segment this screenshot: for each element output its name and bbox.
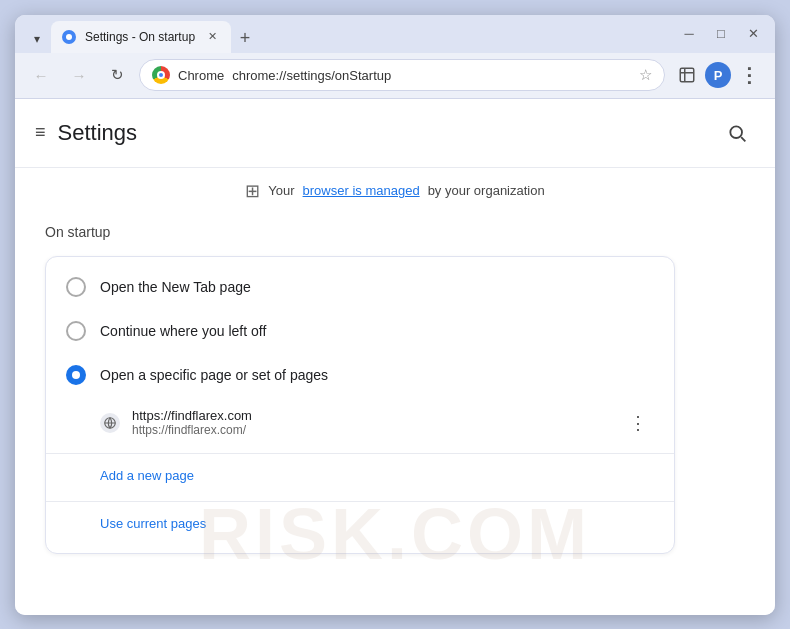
profile-avatar[interactable]: P <box>705 62 731 88</box>
tab-close-btn[interactable]: ✕ <box>203 28 221 46</box>
hamburger-icon[interactable]: ≡ <box>35 122 46 143</box>
dropdown-icon: ▾ <box>34 32 40 46</box>
extensions-btn[interactable] <box>671 59 703 91</box>
radio-new-tab[interactable] <box>66 277 86 297</box>
nav-bar: ← → ↻ Chrome chrome://settings/onStartup… <box>15 53 775 99</box>
new-tab-btn[interactable]: + <box>231 25 259 53</box>
add-new-page-link[interactable]: Add a new page <box>100 462 654 489</box>
forward-btn[interactable]: → <box>63 59 95 91</box>
divider <box>46 453 674 454</box>
nav-icons: P ⋮ <box>671 59 765 91</box>
close-btn[interactable]: ✕ <box>739 20 767 48</box>
window-controls: ─ □ ✕ <box>675 20 767 48</box>
section-title: On startup <box>45 224 745 240</box>
site-favicon <box>100 413 120 433</box>
option-new-tab[interactable]: Open the New Tab page <box>46 265 674 309</box>
use-current-pages-link[interactable]: Use current pages <box>100 510 654 537</box>
refresh-btn[interactable]: ↻ <box>101 59 133 91</box>
radio-specific-page[interactable] <box>66 365 86 385</box>
page-title: Settings <box>58 120 707 146</box>
radio-continue[interactable] <box>66 321 86 341</box>
startup-page-item: https://findflarex.com https://findflare… <box>46 397 674 449</box>
site-more-btn[interactable]: ⋮ <box>622 407 654 439</box>
maximize-btn[interactable]: □ <box>707 20 735 48</box>
settings-section: On startup Open the New Tab page Continu… <box>15 214 775 584</box>
back-btn[interactable]: ← <box>25 59 57 91</box>
address-url: chrome://settings/onStartup <box>232 68 631 83</box>
site-url-main: https://findflarex.com <box>132 408 610 423</box>
svg-point-1 <box>66 34 72 40</box>
page-content: ≡ Settings ⊞ Your browser is managed by … <box>15 99 775 615</box>
bookmark-icon[interactable]: ☆ <box>639 66 652 84</box>
managed-link[interactable]: browser is managed <box>303 183 420 198</box>
option-new-tab-label: Open the New Tab page <box>100 279 251 295</box>
search-btn[interactable] <box>719 115 755 151</box>
title-bar: ▾ Settings - On startup ✕ + ─ □ ✕ <box>15 15 775 53</box>
minimize-btn[interactable]: ─ <box>675 20 703 48</box>
managed-building-icon: ⊞ <box>245 180 260 202</box>
chrome-label: Chrome <box>178 68 224 83</box>
svg-line-3 <box>741 137 745 141</box>
active-tab[interactable]: Settings - On startup ✕ <box>51 21 231 53</box>
option-specific-page-label: Open a specific page or set of pages <box>100 367 328 383</box>
options-card: Open the New Tab page Continue where you… <box>45 256 675 554</box>
tab-favicon <box>61 29 77 45</box>
tab-list: ▾ Settings - On startup ✕ + <box>23 15 669 53</box>
divider-2 <box>46 501 674 502</box>
use-current-links: Use current pages <box>46 506 674 545</box>
site-url-sub: https://findflarex.com/ <box>132 423 610 437</box>
browser-window: ▾ Settings - On startup ✕ + ─ □ ✕ ← → ↻ <box>15 15 775 615</box>
action-links: Add a new page <box>46 458 674 497</box>
address-bar[interactable]: Chrome chrome://settings/onStartup ☆ <box>139 59 665 91</box>
managed-text-before: Your <box>268 183 294 198</box>
managed-notice: ⊞ Your browser is managed by your organi… <box>15 168 775 214</box>
svg-point-2 <box>730 126 742 138</box>
option-continue-label: Continue where you left off <box>100 323 266 339</box>
tab-dropdown-btn[interactable]: ▾ <box>23 25 51 53</box>
menu-btn[interactable]: ⋮ <box>733 59 765 91</box>
settings-header: ≡ Settings <box>15 99 775 168</box>
managed-text-after: by your organization <box>428 183 545 198</box>
tab-title: Settings - On startup <box>85 30 195 44</box>
site-info: https://findflarex.com https://findflare… <box>132 408 610 437</box>
option-continue[interactable]: Continue where you left off <box>46 309 674 353</box>
option-specific-page[interactable]: Open a specific page or set of pages <box>46 353 674 397</box>
chrome-logo <box>152 66 170 84</box>
